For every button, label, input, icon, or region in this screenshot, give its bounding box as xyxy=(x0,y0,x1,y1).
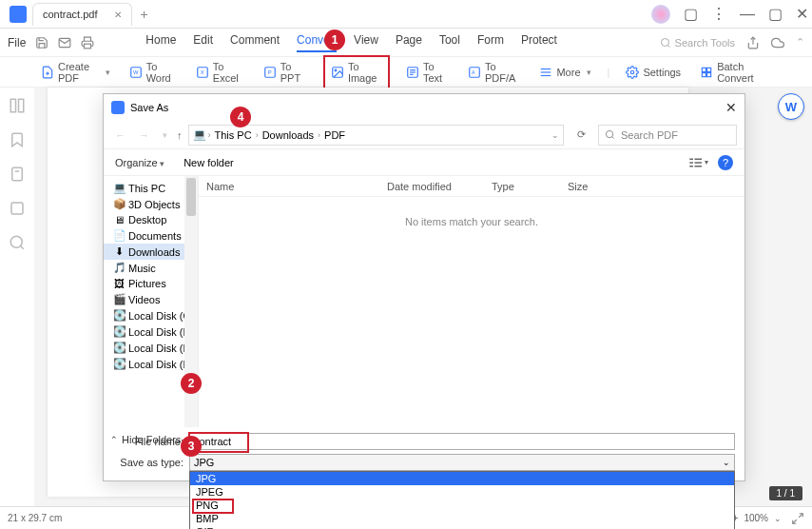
ribbon-tab-page[interactable]: Page xyxy=(396,33,422,52)
nav-forward-button[interactable]: → xyxy=(135,129,153,141)
to-ppt-button[interactable]: PTo PPT xyxy=(261,59,310,86)
dialog-titlebar: Save As ✕ xyxy=(104,94,744,121)
svg-line-50 xyxy=(799,513,802,517)
ribbon-tab-protect[interactable]: Protect xyxy=(521,33,557,52)
word-icon: W xyxy=(129,66,143,79)
svg-line-3 xyxy=(667,45,669,47)
more-button[interactable]: More ▾ xyxy=(536,64,593,81)
ribbon-tab-view[interactable]: View xyxy=(354,33,378,52)
svg-rect-1 xyxy=(85,44,91,49)
svg-rect-29 xyxy=(10,99,15,112)
attachment-icon[interactable] xyxy=(9,166,26,183)
toolbar: Create PDF ▾ WTo Word XTo Excel PTo PPT … xyxy=(0,57,812,88)
tab-close-icon[interactable]: ✕ xyxy=(114,10,122,20)
minimize-button[interactable]: — xyxy=(740,6,755,23)
breadcrumb[interactable]: 💻 › This PC › Downloads › PDF ⌄ xyxy=(188,125,565,146)
hide-folders-button[interactable]: ⌃ Hide Folders xyxy=(110,434,181,445)
to-pdfa-button[interactable]: ATo PDF/A xyxy=(465,59,524,86)
savetype-label: Save as type: xyxy=(113,457,189,468)
svg-line-35 xyxy=(20,245,23,248)
ribbon-tab-form[interactable]: Form xyxy=(477,33,504,52)
new-tab-button[interactable]: + xyxy=(140,7,147,22)
type-option[interactable]: JPEG xyxy=(190,485,734,499)
settings-button[interactable]: Settings xyxy=(623,64,684,81)
new-folder-button[interactable]: New folder xyxy=(184,157,234,168)
svg-text:A: A xyxy=(472,69,475,75)
svg-line-37 xyxy=(612,137,614,139)
save-as-dialog: Save As ✕ ← → ▾ ↑ 💻 › This PC › Download… xyxy=(103,93,745,481)
kebab-icon[interactable]: ⋮ xyxy=(711,5,726,23)
filename-input[interactable]: contract xyxy=(189,433,735,450)
app-logo xyxy=(10,6,27,23)
callout-4: 4 xyxy=(230,107,251,127)
search-panel-icon[interactable] xyxy=(9,234,26,251)
save-icon[interactable] xyxy=(35,36,48,49)
menubar: File Home Edit Comment Convert View Page… xyxy=(0,29,812,57)
mail-icon[interactable] xyxy=(58,36,71,49)
chevron-down-icon: ⌃ xyxy=(110,435,118,444)
thumbnails-icon[interactable] xyxy=(9,97,26,114)
create-pdf-button[interactable]: Create PDF ▾ xyxy=(38,59,113,86)
svg-line-51 xyxy=(793,519,797,523)
page-dimensions: 21 x 29.7 cm xyxy=(8,513,62,523)
ppt-icon: P xyxy=(263,66,277,79)
fullscreen-icon[interactable] xyxy=(791,512,804,525)
ribbon-tabs: Home Edit Comment Convert View Page Tool… xyxy=(145,33,557,52)
to-word-button[interactable]: WTo Word xyxy=(126,59,180,86)
svg-point-34 xyxy=(10,236,22,247)
savetype-dropdown[interactable]: JPGJPEGPNGBMPGIFTIFF xyxy=(189,471,735,529)
collapse-ribbon-icon[interactable]: ⌃ xyxy=(796,36,804,49)
zoom-value: 100% xyxy=(744,513,768,523)
svg-rect-26 xyxy=(707,68,711,71)
dialog-close-button[interactable]: ✕ xyxy=(725,100,737,115)
help-icon[interactable]: ? xyxy=(718,155,733,170)
cloud-icon[interactable] xyxy=(771,36,784,49)
type-option[interactable]: PNG xyxy=(190,499,734,512)
window-controls: ▢ ⋮ — ▢ ✕ xyxy=(651,5,808,24)
savetype-select[interactable]: JPG ⌄ xyxy=(189,454,735,471)
ribbon-tab-comment[interactable]: Comment xyxy=(230,33,280,52)
dialog-search-input[interactable]: Search PDF xyxy=(598,125,737,146)
nav-back-button[interactable]: ← xyxy=(111,129,129,141)
ribbon-tab-tool[interactable]: Tool xyxy=(439,33,460,52)
svg-point-2 xyxy=(661,38,668,46)
search-tools[interactable]: Search Tools xyxy=(660,37,735,49)
type-option[interactable]: GIF xyxy=(190,525,734,529)
dialog-title: Save As xyxy=(130,102,168,113)
svg-rect-25 xyxy=(702,68,706,71)
organize-button[interactable]: Organize xyxy=(115,157,164,168)
to-excel-button[interactable]: XTo Excel xyxy=(193,59,247,86)
type-option[interactable]: JPG xyxy=(190,472,734,485)
share-icon[interactable] xyxy=(746,36,760,49)
print-icon[interactable] xyxy=(81,36,94,49)
svg-text:W: W xyxy=(133,69,139,75)
document-tab[interactable]: contract.pdf ✕ xyxy=(32,3,132,26)
svg-point-14 xyxy=(335,69,337,71)
page-counter: 1 / 1 xyxy=(769,486,802,500)
batch-convert-button[interactable]: Batch Convert xyxy=(697,59,774,86)
to-text-button[interactable]: To Text xyxy=(403,59,452,86)
svg-text:X: X xyxy=(201,69,204,75)
window-button[interactable]: ▢ xyxy=(684,5,698,23)
refresh-button[interactable]: ⟳ xyxy=(570,128,592,141)
file-list[interactable]: Name Date modified Type Size No items ma… xyxy=(199,176,744,427)
user-avatar[interactable] xyxy=(651,5,670,24)
bookmark-icon[interactable] xyxy=(9,131,26,148)
svg-point-36 xyxy=(606,130,612,137)
file-menu[interactable]: File xyxy=(8,36,26,49)
svg-rect-27 xyxy=(702,72,706,76)
float-word-button[interactable]: W xyxy=(778,93,804,120)
ribbon-tab-home[interactable]: Home xyxy=(145,33,176,52)
to-image-button[interactable]: To Image xyxy=(323,55,390,89)
ribbon-tab-edit[interactable]: Edit xyxy=(193,33,213,52)
nav-up-button[interactable]: ↑ xyxy=(177,129,183,141)
nav-recent-icon[interactable]: ▾ xyxy=(159,130,171,140)
view-options-icon[interactable]: ▾ xyxy=(687,156,708,169)
pdfa-icon: A xyxy=(468,66,481,79)
close-window-button[interactable]: ✕ xyxy=(796,5,808,23)
column-headers[interactable]: Name Date modified Type Size xyxy=(199,176,744,197)
comments-list-icon[interactable] xyxy=(9,200,26,217)
dialog-toolbar: Organize New folder ▾ ? xyxy=(104,149,744,176)
maximize-button[interactable]: ▢ xyxy=(768,5,783,23)
type-option[interactable]: BMP xyxy=(190,512,734,525)
